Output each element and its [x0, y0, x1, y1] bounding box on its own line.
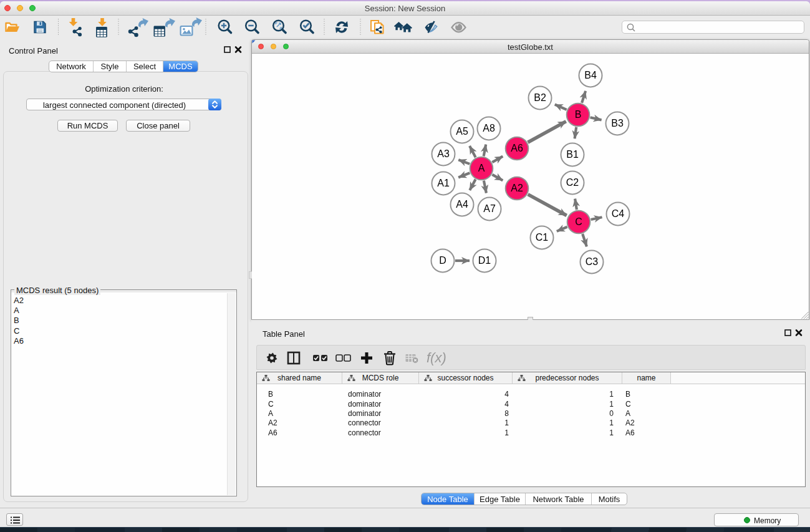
- svg-text:B3: B3: [611, 118, 624, 128]
- svg-text:B2: B2: [534, 92, 546, 103]
- svg-text:A: A: [478, 163, 485, 173]
- svg-text:C3: C3: [586, 256, 599, 267]
- svg-text:A6: A6: [511, 143, 523, 153]
- svg-text:B1: B1: [566, 149, 579, 160]
- svg-text:A8: A8: [483, 123, 495, 133]
- svg-text:A5: A5: [456, 126, 468, 137]
- svg-text:A3: A3: [437, 148, 450, 159]
- svg-text:A1: A1: [437, 178, 450, 188]
- svg-text:B4: B4: [584, 70, 597, 80]
- svg-text:A7: A7: [483, 203, 496, 214]
- svg-text:C2: C2: [566, 177, 579, 188]
- svg-text:D: D: [439, 255, 446, 266]
- svg-text:A4: A4: [456, 199, 468, 210]
- svg-text:C: C: [575, 216, 582, 227]
- svg-text:D1: D1: [478, 255, 491, 266]
- svg-text:C1: C1: [536, 232, 549, 243]
- svg-text:f(x): f(x): [427, 350, 446, 365]
- svg-text:B: B: [575, 109, 582, 120]
- svg-text:A2: A2: [511, 183, 523, 193]
- svg-text:C4: C4: [612, 208, 625, 219]
